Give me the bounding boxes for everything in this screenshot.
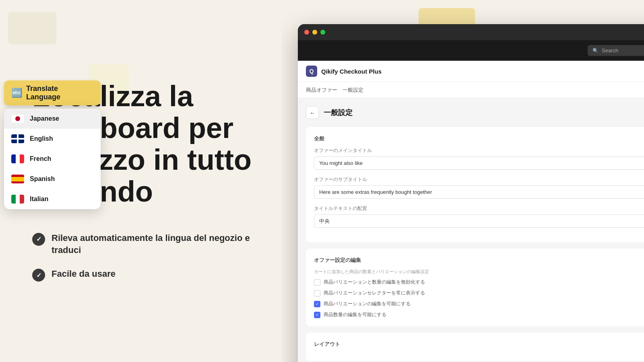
right-panel: 🔍 Search Q Qikify Checkout Plus 商品オファー 一… [282, 0, 644, 362]
checkbox-label-1: 商品バリエーションと数量の編集を無効化する [324, 279, 425, 286]
flag-french [11, 154, 24, 163]
browser-minimize-dot[interactable] [312, 30, 317, 35]
lang-name-english: English [30, 135, 53, 142]
breadcrumb-bar: 商品オファー 一般設定 [298, 82, 644, 98]
flag-spanish [11, 175, 24, 183]
browser-topbar [298, 24, 644, 40]
general-section-label: 全般 [314, 135, 644, 142]
lang-name-japanese: Japanese [30, 115, 59, 122]
offer-edit-note: カートに追加した商品の数量とバリエーションの編集設定 [314, 269, 644, 275]
layout-label: レイアウト [314, 341, 644, 348]
alignment-label: タイトルテキストの配置 [314, 205, 644, 212]
app-header: Q Qikify Checkout Plus [298, 61, 644, 82]
offer-edit-card: オファー設定の編集 カートに追加した商品の数量とバリエーションの編集設定 商品バ… [306, 249, 644, 326]
checkbox-label-3: 商品バリエーションの編集を可能にする [324, 300, 411, 307]
main-title-label: オファーのメインタイトル [314, 147, 644, 154]
search-bar-area: 🔍 Search [298, 40, 644, 61]
feature-item-easy-use: Facile da usare [32, 268, 258, 282]
checkbox-label-4: 商品数量の編集を可能にする [324, 311, 386, 318]
checkbox-2[interactable] [314, 290, 320, 296]
subtitle-input[interactable] [314, 185, 644, 199]
feature-text-easy-use: Facile da usare [52, 268, 116, 280]
checkbox-4[interactable] [314, 312, 320, 318]
subtitle-label: オファーのサブタイトル [314, 176, 644, 183]
checkbox-item-3[interactable]: 商品バリエーションの編集を可能にする [314, 300, 644, 307]
general-settings-card: 全般 オファーのメインタイトル オファーのサブタイトル タイトルテキストの配置 [306, 127, 644, 242]
app-icon: Q [306, 66, 317, 77]
translate-dropdown[interactable]: 🔤 Translate Language Japanese English Fr… [4, 80, 101, 209]
search-box-text: Search [602, 47, 618, 53]
alignment-input[interactable] [314, 214, 644, 228]
feature-text-auto-detect: Rileva automaticamente la lingua del neg… [52, 232, 258, 257]
lang-name-spanish: Spanish [30, 175, 55, 183]
lang-item-italian[interactable]: Italian [4, 189, 101, 209]
lang-item-japanese[interactable]: Japanese [4, 109, 101, 129]
features-list: Rileva automaticamente la lingua del neg… [32, 232, 258, 282]
checkbox-item-4[interactable]: 商品数量の編集を可能にする [314, 311, 644, 318]
search-icon: 🔍 [592, 48, 599, 53]
layout-card: レイアウト [306, 333, 644, 361]
alignment-group: タイトルテキストの配置 [314, 205, 644, 228]
lang-item-english[interactable]: English [4, 129, 101, 149]
offer-edit-label: オファー設定の編集 [314, 257, 644, 264]
checkbox-item-2[interactable]: 商品バリエーションセレクターを常に表示する [314, 290, 644, 296]
browser-frame: 🔍 Search Q Qikify Checkout Plus 商品オファー 一… [298, 24, 644, 362]
checkboxes-group: 商品バリエーションと数量の編集を無効化する 商品バリエーションセレクターを常に表… [314, 279, 644, 318]
search-box[interactable]: 🔍 Search [588, 45, 644, 56]
translate-badge[interactable]: 🔤 Translate Language [4, 80, 101, 105]
lang-item-spanish[interactable]: Spanish [4, 169, 101, 189]
lang-name-french: French [30, 155, 51, 162]
main-title-group: オファーのメインタイトル [314, 147, 644, 170]
main-title-input[interactable] [314, 156, 644, 170]
checkbox-3[interactable] [314, 301, 320, 307]
back-button[interactable]: ← [306, 106, 319, 119]
lang-name-italian: Italian [30, 195, 48, 203]
subtitle-group: オファーのサブタイトル [314, 176, 644, 199]
checkbox-1[interactable] [314, 279, 320, 286]
lang-item-french[interactable]: French [4, 149, 101, 169]
flag-italian [11, 195, 24, 204]
browser-close-dot[interactable] [304, 30, 309, 35]
browser-maximize-dot[interactable] [320, 30, 325, 35]
language-dropdown-menu[interactable]: Japanese English French Spanish [4, 109, 101, 209]
check-icon-auto-detect [32, 233, 45, 246]
translate-icon: 🔤 [11, 88, 22, 98]
page-title: 一般設定 [324, 108, 353, 117]
browser-content: 🔍 Search Q Qikify Checkout Plus 商品オファー 一… [298, 40, 644, 362]
app-name: Qikify Checkout Plus [321, 68, 382, 75]
check-icon-easy-use [32, 269, 45, 282]
main-content[interactable]: ← 一般設定 全般 オファーのメインタイトル オファーのサブタイトル [298, 98, 644, 362]
checkbox-label-2: 商品バリエーションセレクターを常に表示する [324, 290, 425, 296]
breadcrumb: 商品オファー 一般設定 [306, 87, 363, 93]
feature-item-auto-detect: Rileva automaticamente la lingua del neg… [32, 232, 258, 257]
page-header-row: ← 一般設定 [306, 106, 644, 119]
flag-japanese [11, 114, 24, 123]
checkbox-item-1[interactable]: 商品バリエーションと数量の編集を無効化する [314, 279, 644, 286]
translate-badge-text: Translate Language [26, 84, 93, 101]
flag-english [11, 134, 24, 143]
